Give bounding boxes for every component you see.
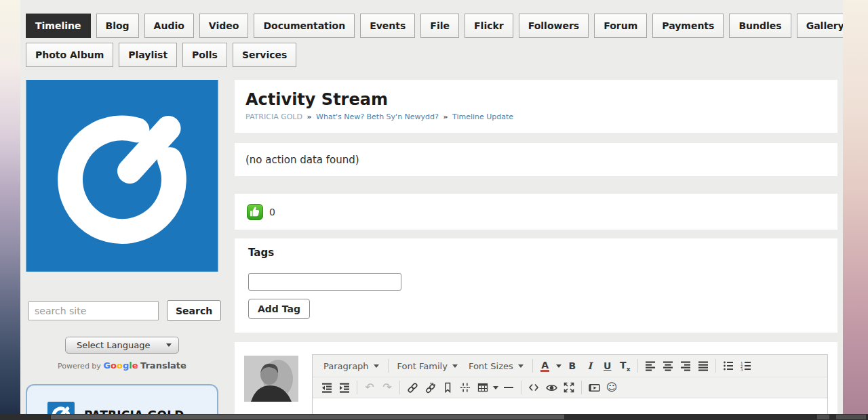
- activity-stream-card: Activity Stream PATRICIA GOLD » What's N…: [235, 80, 837, 133]
- font-sizes-select-label: Font Sizes: [469, 361, 513, 371]
- chevron-down-icon: [374, 364, 379, 368]
- site-logo-gravatar-icon: [26, 80, 218, 272]
- horizontal-scrollbar-thumb[interactable]: [51, 415, 564, 419]
- remove-link-icon[interactable]: [421, 379, 439, 396]
- rich-text-editor: Paragraph Font Family Font Sizes A: [312, 354, 828, 420]
- fullscreen-icon[interactable]: [560, 379, 578, 396]
- nav-tab-payments[interactable]: Payments: [652, 14, 724, 38]
- nav-tab-documentation[interactable]: Documentation: [254, 14, 355, 38]
- toolbar-divider: [521, 381, 521, 394]
- breadcrumb: PATRICIA GOLD » What's New? Beth Sy'n Ne…: [245, 112, 827, 121]
- composer-card: Paragraph Font Family Font Sizes A: [235, 342, 837, 420]
- language-widget: Select Language: [26, 337, 218, 354]
- text-color-dropdown-icon[interactable]: [554, 358, 564, 374]
- preview-icon[interactable]: [542, 379, 560, 396]
- align-left-icon[interactable]: [642, 358, 659, 374]
- paragraph-select-label: Paragraph: [323, 361, 369, 371]
- redo-icon: ↷: [378, 379, 396, 396]
- nav-tab-gallery[interactable]: Gallery: [797, 14, 843, 38]
- anchor-icon[interactable]: [439, 379, 456, 396]
- insert-media-icon[interactable]: [585, 379, 603, 396]
- toolbar-divider: [357, 381, 357, 394]
- underline-icon[interactable]: U: [599, 358, 616, 374]
- insert-link-icon[interactable]: [403, 379, 421, 396]
- nav-tab-timeline[interactable]: Timeline: [26, 14, 91, 38]
- chevron-down-icon: [518, 364, 524, 368]
- language-select[interactable]: Select Language: [65, 337, 179, 354]
- source-code-icon[interactable]: [525, 379, 542, 396]
- nav-tab-playlist[interactable]: Playlist: [119, 43, 177, 67]
- language-select-label: Select Language: [77, 340, 150, 350]
- nav-tab-forum[interactable]: Forum: [594, 14, 647, 38]
- clear-formatting-icon[interactable]: Tx: [616, 358, 634, 374]
- numbered-list-icon[interactable]: 123: [737, 358, 755, 374]
- align-justify-icon[interactable]: [694, 358, 712, 374]
- align-right-icon[interactable]: [677, 358, 694, 374]
- table-dropdown-icon[interactable]: [492, 379, 500, 396]
- powered-by-label: Powered by: [58, 362, 101, 371]
- outdent-icon[interactable]: [318, 379, 336, 396]
- paragraph-select[interactable]: Paragraph: [318, 361, 384, 371]
- nav-tab-video[interactable]: Video: [199, 14, 249, 38]
- breadcrumb-whats-new-link[interactable]: What's New? Beth Sy'n Newydd?: [316, 112, 439, 121]
- nav-tab-file[interactable]: File: [420, 14, 459, 38]
- text-color-icon[interactable]: A: [536, 358, 554, 374]
- thumbs-up-icon[interactable]: [247, 204, 263, 220]
- bullet-list-icon[interactable]: [719, 358, 737, 374]
- nav-tab-polls[interactable]: Polls: [182, 43, 227, 67]
- horizontal-scrollbar[interactable]: [0, 414, 868, 420]
- nav-tab-services[interactable]: Services: [233, 43, 297, 67]
- align-center-icon[interactable]: [659, 358, 677, 374]
- bold-icon[interactable]: B: [564, 358, 581, 374]
- empty-state-message: (no action data found): [245, 154, 359, 166]
- table-icon[interactable]: [474, 379, 492, 396]
- horizontal-rule-icon[interactable]: [500, 379, 517, 396]
- breadcrumb-profile-link[interactable]: PATRICIA GOLD: [245, 112, 302, 121]
- breadcrumb-separator: »: [443, 112, 448, 121]
- add-tag-button[interactable]: Add Tag: [248, 299, 310, 319]
- tags-heading: Tags: [248, 247, 824, 259]
- breadcrumb-timeline-update-link[interactable]: Timeline Update: [452, 112, 513, 121]
- italic-icon[interactable]: I: [581, 358, 599, 374]
- indent-icon[interactable]: [336, 379, 353, 396]
- toolbar-divider: [637, 359, 638, 373]
- background-photo-right: [843, 0, 868, 420]
- nav-tab-blog[interactable]: Blog: [96, 14, 139, 38]
- empty-state-card: (no action data found): [235, 143, 837, 176]
- page-title: Activity Stream: [245, 89, 827, 110]
- chevron-down-icon: [452, 364, 458, 368]
- nav-tab-audio[interactable]: Audio: [144, 14, 194, 38]
- tags-card: Tags Add Tag: [235, 238, 837, 333]
- nav-tab-bundles[interactable]: Bundles: [729, 14, 791, 38]
- search-row: Search: [26, 300, 218, 321]
- nav-row-2: Photo Album Playlist Polls Services: [26, 43, 837, 67]
- nav-row-1: Timeline Blog Audio Video Documentation …: [26, 14, 837, 38]
- svg-text:3: 3: [741, 368, 743, 371]
- scrollbar-segment: [817, 415, 829, 419]
- font-family-select[interactable]: Font Family: [392, 361, 463, 371]
- nav-tab-flickr[interactable]: Flickr: [465, 14, 513, 38]
- translate-label: Translate: [140, 360, 186, 371]
- search-input[interactable]: [28, 301, 159, 320]
- toolbar-divider: [715, 359, 716, 373]
- toolbar-divider: [532, 359, 533, 373]
- sidebar: Search Select Language Powered by Google…: [26, 80, 218, 420]
- font-sizes-select[interactable]: Font Sizes: [463, 361, 529, 371]
- scrollbar-segment: [836, 415, 866, 419]
- search-button[interactable]: Search: [167, 300, 221, 321]
- page-break-icon[interactable]: [456, 379, 474, 396]
- vote-count: 0: [269, 207, 275, 217]
- google-logo: Google: [103, 360, 138, 371]
- nav-tab-events[interactable]: Events: [360, 14, 415, 38]
- main-column: Activity Stream PATRICIA GOLD » What's N…: [235, 80, 837, 420]
- font-family-select-label: Font Family: [397, 361, 448, 371]
- chevron-down-icon: [166, 343, 172, 347]
- nav-tab-followers[interactable]: Followers: [519, 14, 589, 38]
- emoticons-icon[interactable]: ☺: [603, 379, 620, 396]
- toolbar-divider: [388, 359, 389, 373]
- tag-input[interactable]: [248, 273, 401, 291]
- editor-toolbar-row2: ↶ ↷: [313, 377, 827, 398]
- nav-tab-photo-album[interactable]: Photo Album: [26, 43, 113, 67]
- breadcrumb-separator: »: [307, 112, 311, 121]
- editor-toolbar-row1: Paragraph Font Family Font Sizes A: [313, 355, 827, 377]
